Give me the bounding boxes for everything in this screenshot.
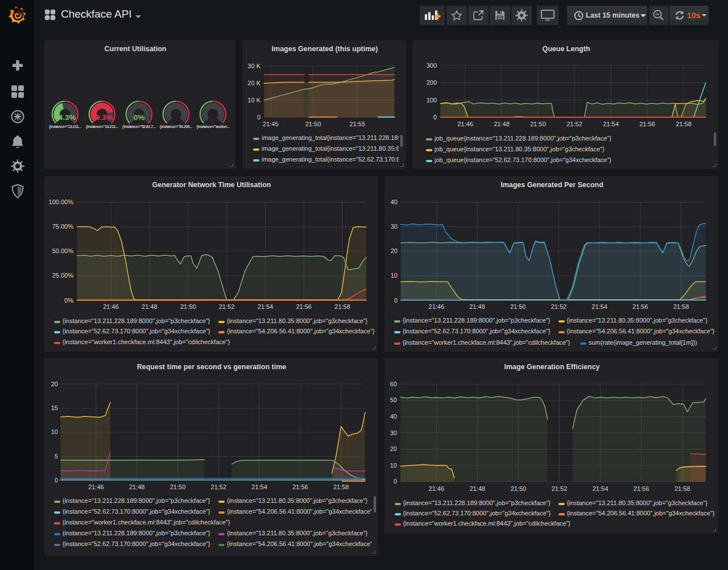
svg-text:100: 100 <box>427 97 437 104</box>
svg-text:40: 40 <box>390 413 397 420</box>
svg-text:21:52: 21:52 <box>211 484 227 490</box>
svg-text:20: 20 <box>51 381 58 387</box>
svg-text:{instance="52.62.7...: {instance="52.62.7... <box>122 125 156 129</box>
svg-text:0%: 0% <box>134 113 145 122</box>
svg-text:21:48: 21:48 <box>494 121 510 127</box>
svg-text:75.00%: 75.00% <box>52 223 74 230</box>
svg-text:21:52: 21:52 <box>551 303 567 310</box>
svg-text:0%: 0% <box>64 297 73 304</box>
svg-text:100.00%: 100.00% <box>49 199 74 205</box>
svg-text:21:50: 21:50 <box>530 121 546 127</box>
svg-text:{instance="54.206...: {instance="54.206... <box>160 125 192 129</box>
svg-text:21:46: 21:46 <box>429 485 445 492</box>
svg-text:10: 10 <box>51 428 58 435</box>
svg-text:10: 10 <box>391 272 398 279</box>
svg-text:21:56: 21:56 <box>634 485 650 492</box>
svg-text:21:48: 21:48 <box>470 485 486 492</box>
svg-text:21:52: 21:52 <box>566 121 582 127</box>
svg-text:21:54: 21:54 <box>592 303 607 310</box>
svg-text:30 K: 30 K <box>247 63 260 69</box>
svg-text:21:56: 21:56 <box>296 303 312 310</box>
svg-text:21:58: 21:58 <box>333 484 349 490</box>
svg-text:50.00%: 50.00% <box>52 247 74 254</box>
svg-text:21:46: 21:46 <box>88 484 104 490</box>
svg-text:21:48: 21:48 <box>142 303 158 310</box>
svg-text:21:55: 21:55 <box>350 121 366 127</box>
svg-text:21:52: 21:52 <box>552 485 568 492</box>
svg-text:0: 0 <box>257 114 260 121</box>
svg-text:21:58: 21:58 <box>675 485 690 492</box>
svg-text:21:48: 21:48 <box>469 303 485 310</box>
svg-text:5: 5 <box>55 453 58 460</box>
svg-text:21:50: 21:50 <box>180 303 196 310</box>
svg-text:21:50: 21:50 <box>511 485 527 492</box>
svg-text:21:46: 21:46 <box>103 303 119 310</box>
svg-text:20 K: 20 K <box>247 80 260 86</box>
svg-text:21:50: 21:50 <box>170 484 186 490</box>
svg-text:15: 15 <box>51 404 58 411</box>
svg-text:21:58: 21:58 <box>676 121 692 127</box>
svg-text:50: 50 <box>390 396 397 403</box>
svg-text:40: 40 <box>391 199 398 205</box>
svg-text:30: 30 <box>391 223 398 230</box>
svg-text:0: 0 <box>433 114 437 121</box>
svg-text:20: 20 <box>390 445 397 452</box>
svg-text:21:50: 21:50 <box>305 121 321 127</box>
svg-text:300: 300 <box>427 62 437 69</box>
svg-text:20: 20 <box>391 247 398 254</box>
svg-text:21:46: 21:46 <box>457 121 473 127</box>
svg-text:60: 60 <box>390 381 397 387</box>
svg-text:79.3%: 79.3% <box>91 113 113 122</box>
svg-text:{instance="13.211...: {instance="13.211... <box>86 125 118 129</box>
svg-text:21:56: 21:56 <box>632 303 648 310</box>
svg-text:0: 0 <box>394 297 398 304</box>
svg-text:21:46: 21:46 <box>429 303 445 310</box>
svg-text:30: 30 <box>390 429 397 436</box>
svg-text:21:45: 21:45 <box>263 121 279 127</box>
svg-text:0: 0 <box>55 477 58 484</box>
svg-text:10 K: 10 K <box>247 97 260 104</box>
svg-text:21:54: 21:54 <box>258 303 274 310</box>
svg-text:{instance="13.211...: {instance="13.211... <box>49 125 81 129</box>
svg-text:21:52: 21:52 <box>219 303 235 310</box>
svg-text:21:50: 21:50 <box>510 303 526 310</box>
svg-text:{instance="worker...: {instance="worker... <box>196 125 230 129</box>
svg-text:21:58: 21:58 <box>334 303 350 310</box>
svg-text:21:54: 21:54 <box>603 121 619 127</box>
svg-text:21:54: 21:54 <box>251 484 267 490</box>
svg-text:21:48: 21:48 <box>129 484 145 490</box>
svg-text:21:56: 21:56 <box>292 484 308 490</box>
svg-text:25.00%: 25.00% <box>52 272 74 279</box>
svg-text:21:56: 21:56 <box>639 121 655 127</box>
svg-text:44.3%: 44.3% <box>54 113 76 122</box>
svg-text:21:54: 21:54 <box>593 485 609 492</box>
svg-text:200: 200 <box>427 79 437 86</box>
svg-text:21:58: 21:58 <box>673 303 689 310</box>
svg-text:0: 0 <box>394 478 397 485</box>
svg-text:10: 10 <box>390 462 397 469</box>
